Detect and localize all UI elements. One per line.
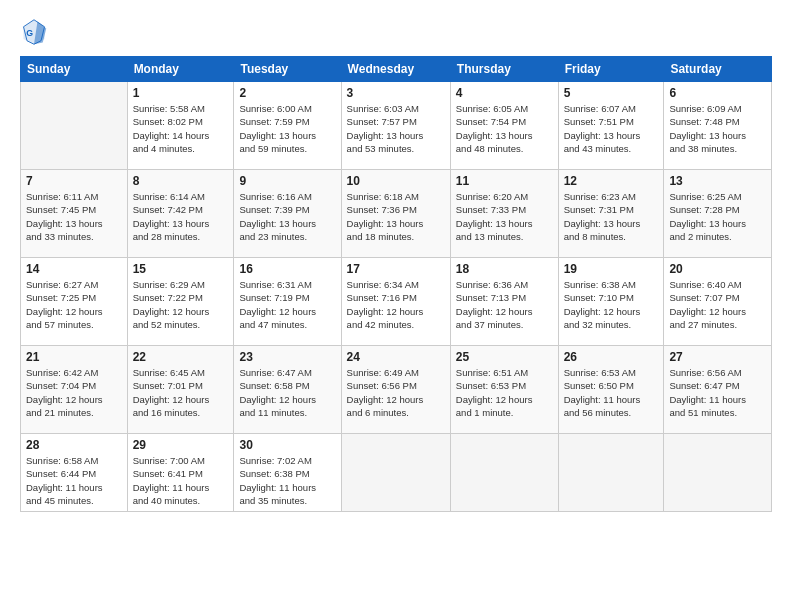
calendar-cell — [341, 434, 450, 512]
day-info: Sunrise: 6:27 AMSunset: 7:25 PMDaylight:… — [26, 278, 122, 331]
day-number: 2 — [239, 86, 335, 100]
week-row-2: 14Sunrise: 6:27 AMSunset: 7:25 PMDayligh… — [21, 258, 772, 346]
col-header-sunday: Sunday — [21, 57, 128, 82]
day-number: 1 — [133, 86, 229, 100]
calendar-cell: 22Sunrise: 6:45 AMSunset: 7:01 PMDayligh… — [127, 346, 234, 434]
day-number: 26 — [564, 350, 659, 364]
col-header-saturday: Saturday — [664, 57, 772, 82]
day-number: 27 — [669, 350, 766, 364]
calendar-cell: 9Sunrise: 6:16 AMSunset: 7:39 PMDaylight… — [234, 170, 341, 258]
day-info: Sunrise: 7:02 AMSunset: 6:38 PMDaylight:… — [239, 454, 335, 507]
day-info: Sunrise: 6:07 AMSunset: 7:51 PMDaylight:… — [564, 102, 659, 155]
day-info: Sunrise: 6:14 AMSunset: 7:42 PMDaylight:… — [133, 190, 229, 243]
week-row-3: 21Sunrise: 6:42 AMSunset: 7:04 PMDayligh… — [21, 346, 772, 434]
calendar-cell: 12Sunrise: 6:23 AMSunset: 7:31 PMDayligh… — [558, 170, 664, 258]
day-number: 28 — [26, 438, 122, 452]
day-info: Sunrise: 6:23 AMSunset: 7:31 PMDaylight:… — [564, 190, 659, 243]
day-number: 23 — [239, 350, 335, 364]
week-row-4: 28Sunrise: 6:58 AMSunset: 6:44 PMDayligh… — [21, 434, 772, 512]
calendar-cell: 21Sunrise: 6:42 AMSunset: 7:04 PMDayligh… — [21, 346, 128, 434]
day-number: 24 — [347, 350, 445, 364]
calendar-cell: 28Sunrise: 6:58 AMSunset: 6:44 PMDayligh… — [21, 434, 128, 512]
calendar-header-row: SundayMondayTuesdayWednesdayThursdayFrid… — [21, 57, 772, 82]
day-info: Sunrise: 6:18 AMSunset: 7:36 PMDaylight:… — [347, 190, 445, 243]
day-info: Sunrise: 6:38 AMSunset: 7:10 PMDaylight:… — [564, 278, 659, 331]
calendar-cell: 19Sunrise: 6:38 AMSunset: 7:10 PMDayligh… — [558, 258, 664, 346]
col-header-friday: Friday — [558, 57, 664, 82]
day-number: 19 — [564, 262, 659, 276]
day-number: 12 — [564, 174, 659, 188]
calendar-cell: 4Sunrise: 6:05 AMSunset: 7:54 PMDaylight… — [450, 82, 558, 170]
day-info: Sunrise: 6:40 AMSunset: 7:07 PMDaylight:… — [669, 278, 766, 331]
day-number: 9 — [239, 174, 335, 188]
day-number: 7 — [26, 174, 122, 188]
day-number: 4 — [456, 86, 553, 100]
day-number: 14 — [26, 262, 122, 276]
calendar-cell — [558, 434, 664, 512]
svg-text:G: G — [26, 28, 33, 38]
calendar-cell: 3Sunrise: 6:03 AMSunset: 7:57 PMDaylight… — [341, 82, 450, 170]
calendar-cell: 5Sunrise: 6:07 AMSunset: 7:51 PMDaylight… — [558, 82, 664, 170]
day-info: Sunrise: 6:16 AMSunset: 7:39 PMDaylight:… — [239, 190, 335, 243]
calendar-cell — [450, 434, 558, 512]
day-info: Sunrise: 6:34 AMSunset: 7:16 PMDaylight:… — [347, 278, 445, 331]
logo: G — [20, 18, 52, 46]
col-header-tuesday: Tuesday — [234, 57, 341, 82]
day-number: 11 — [456, 174, 553, 188]
calendar-cell: 29Sunrise: 7:00 AMSunset: 6:41 PMDayligh… — [127, 434, 234, 512]
day-info: Sunrise: 7:00 AMSunset: 6:41 PMDaylight:… — [133, 454, 229, 507]
day-number: 22 — [133, 350, 229, 364]
day-number: 20 — [669, 262, 766, 276]
calendar-cell: 25Sunrise: 6:51 AMSunset: 6:53 PMDayligh… — [450, 346, 558, 434]
day-info: Sunrise: 6:45 AMSunset: 7:01 PMDaylight:… — [133, 366, 229, 419]
calendar-cell: 2Sunrise: 6:00 AMSunset: 7:59 PMDaylight… — [234, 82, 341, 170]
calendar-cell: 30Sunrise: 7:02 AMSunset: 6:38 PMDayligh… — [234, 434, 341, 512]
day-number: 8 — [133, 174, 229, 188]
calendar-cell: 24Sunrise: 6:49 AMSunset: 6:56 PMDayligh… — [341, 346, 450, 434]
day-info: Sunrise: 6:47 AMSunset: 6:58 PMDaylight:… — [239, 366, 335, 419]
page: G SundayMondayTuesdayWednesdayThursdayFr… — [0, 0, 792, 612]
calendar-cell: 26Sunrise: 6:53 AMSunset: 6:50 PMDayligh… — [558, 346, 664, 434]
calendar-cell: 10Sunrise: 6:18 AMSunset: 7:36 PMDayligh… — [341, 170, 450, 258]
calendar-cell: 17Sunrise: 6:34 AMSunset: 7:16 PMDayligh… — [341, 258, 450, 346]
day-number: 29 — [133, 438, 229, 452]
calendar-cell: 16Sunrise: 6:31 AMSunset: 7:19 PMDayligh… — [234, 258, 341, 346]
day-info: Sunrise: 6:36 AMSunset: 7:13 PMDaylight:… — [456, 278, 553, 331]
day-number: 25 — [456, 350, 553, 364]
day-number: 30 — [239, 438, 335, 452]
day-number: 5 — [564, 86, 659, 100]
day-number: 21 — [26, 350, 122, 364]
calendar-cell: 20Sunrise: 6:40 AMSunset: 7:07 PMDayligh… — [664, 258, 772, 346]
day-info: Sunrise: 6:49 AMSunset: 6:56 PMDaylight:… — [347, 366, 445, 419]
day-info: Sunrise: 6:56 AMSunset: 6:47 PMDaylight:… — [669, 366, 766, 419]
calendar-cell — [664, 434, 772, 512]
calendar-table: SundayMondayTuesdayWednesdayThursdayFrid… — [20, 56, 772, 512]
calendar-cell — [21, 82, 128, 170]
week-row-0: 1Sunrise: 5:58 AMSunset: 8:02 PMDaylight… — [21, 82, 772, 170]
calendar-cell: 14Sunrise: 6:27 AMSunset: 7:25 PMDayligh… — [21, 258, 128, 346]
day-number: 17 — [347, 262, 445, 276]
day-number: 3 — [347, 86, 445, 100]
day-info: Sunrise: 5:58 AMSunset: 8:02 PMDaylight:… — [133, 102, 229, 155]
col-header-thursday: Thursday — [450, 57, 558, 82]
day-info: Sunrise: 6:31 AMSunset: 7:19 PMDaylight:… — [239, 278, 335, 331]
day-info: Sunrise: 6:29 AMSunset: 7:22 PMDaylight:… — [133, 278, 229, 331]
header: G — [20, 18, 772, 46]
col-header-monday: Monday — [127, 57, 234, 82]
calendar-cell: 6Sunrise: 6:09 AMSunset: 7:48 PMDaylight… — [664, 82, 772, 170]
day-info: Sunrise: 6:11 AMSunset: 7:45 PMDaylight:… — [26, 190, 122, 243]
calendar-cell: 15Sunrise: 6:29 AMSunset: 7:22 PMDayligh… — [127, 258, 234, 346]
day-number: 18 — [456, 262, 553, 276]
calendar-cell: 11Sunrise: 6:20 AMSunset: 7:33 PMDayligh… — [450, 170, 558, 258]
week-row-1: 7Sunrise: 6:11 AMSunset: 7:45 PMDaylight… — [21, 170, 772, 258]
day-number: 10 — [347, 174, 445, 188]
calendar-cell: 7Sunrise: 6:11 AMSunset: 7:45 PMDaylight… — [21, 170, 128, 258]
day-number: 13 — [669, 174, 766, 188]
calendar-cell: 23Sunrise: 6:47 AMSunset: 6:58 PMDayligh… — [234, 346, 341, 434]
col-header-wednesday: Wednesday — [341, 57, 450, 82]
calendar-cell: 8Sunrise: 6:14 AMSunset: 7:42 PMDaylight… — [127, 170, 234, 258]
calendar-cell: 13Sunrise: 6:25 AMSunset: 7:28 PMDayligh… — [664, 170, 772, 258]
day-number: 16 — [239, 262, 335, 276]
day-info: Sunrise: 6:53 AMSunset: 6:50 PMDaylight:… — [564, 366, 659, 419]
day-info: Sunrise: 6:51 AMSunset: 6:53 PMDaylight:… — [456, 366, 553, 419]
